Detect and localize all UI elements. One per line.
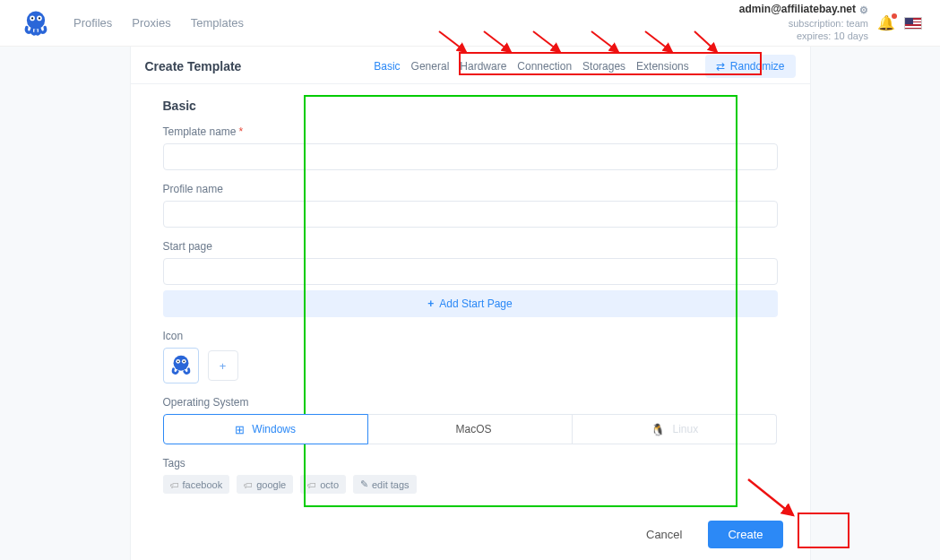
- nav-profiles[interactable]: Profiles: [73, 16, 112, 30]
- subscription-label: subscription: team: [739, 17, 868, 30]
- profile-name-input[interactable]: [163, 201, 778, 228]
- start-page-label: Start page: [163, 240, 212, 253]
- svg-point-8: [177, 360, 178, 362]
- tag-icon: [244, 479, 253, 490]
- os-option-linux: 🐧 Linux: [573, 414, 777, 444]
- svg-point-9: [183, 360, 185, 362]
- octopus-icon: [20, 7, 52, 39]
- template-name-input[interactable]: [163, 143, 778, 170]
- tab-extensions[interactable]: Extensions: [636, 60, 689, 73]
- randomize-label: Randomize: [730, 60, 785, 73]
- field-operating-system: Operating System ⊞ Windows MacOS 🐧 Linux: [163, 396, 778, 444]
- flag-us-icon[interactable]: [904, 17, 922, 30]
- footer-actions: Cancel Create: [633, 520, 783, 549]
- tag-edit-label: edit tags: [372, 479, 410, 490]
- nav-templates[interactable]: Templates: [191, 16, 244, 30]
- bell-icon[interactable]: 🔔: [877, 14, 895, 31]
- tab-connection[interactable]: Connection: [517, 60, 572, 73]
- navbar-left: Profiles Proxies Templates: [18, 5, 244, 41]
- svg-point-3: [31, 17, 33, 19]
- main-area: Create Template Basic General Hardware C…: [0, 47, 940, 560]
- top-navbar: Profiles Proxies Templates admin@affilia…: [0, 0, 940, 47]
- start-page-input[interactable]: [163, 258, 778, 285]
- octopus-icon: [168, 352, 194, 379]
- tab-basic[interactable]: Basic: [374, 60, 400, 73]
- svg-point-5: [173, 356, 188, 371]
- tag-octo[interactable]: octo: [300, 475, 346, 494]
- tag-facebook[interactable]: facebook: [163, 475, 230, 494]
- tag-icon: [307, 479, 316, 490]
- icon-preview[interactable]: [163, 348, 199, 383]
- tag-octo-label: octo: [320, 479, 339, 490]
- field-profile-name: Profile name: [163, 183, 778, 228]
- tab-hardware[interactable]: Hardware: [460, 60, 506, 73]
- required-asterisk: *: [239, 125, 244, 138]
- icon-label: Icon: [163, 330, 184, 342]
- form-body: Basic Template name * Profile name Start…: [131, 84, 810, 524]
- tabs-wrap: Basic General Hardware Connection Storag…: [367, 55, 795, 78]
- profile-name-label: Profile name: [163, 183, 223, 195]
- tag-google-label: google: [256, 479, 286, 490]
- panel-header: Create Template Basic General Hardware C…: [131, 47, 810, 84]
- cancel-button[interactable]: Cancel: [633, 520, 695, 549]
- navbar-right: admin@affiliatebay.net ⚙ subscription: t…: [739, 3, 922, 42]
- os-linux-label: Linux: [672, 423, 698, 435]
- panel-title: Create Template: [145, 59, 242, 73]
- edit-icon: [360, 478, 368, 490]
- tag-edit[interactable]: edit tags: [353, 475, 417, 494]
- expiry-label: expires: 10 days: [739, 30, 868, 42]
- tag-icon: [170, 479, 179, 490]
- os-label: Operating System: [163, 396, 249, 409]
- svg-point-4: [39, 17, 40, 19]
- tab-general[interactable]: General: [411, 60, 450, 73]
- tabs-group: Basic General Hardware Connection Storag…: [367, 56, 696, 76]
- field-tags: Tags facebook google octo edit tags: [163, 457, 778, 494]
- linux-icon: 🐧: [651, 423, 665, 436]
- gear-icon[interactable]: ⚙: [859, 4, 868, 16]
- add-start-page-label: Add Start Page: [439, 297, 512, 310]
- tag-google[interactable]: google: [237, 475, 293, 494]
- section-title-basic: Basic: [163, 99, 778, 113]
- tab-storages[interactable]: Storages: [582, 60, 625, 73]
- os-macos-label: MacOS: [455, 423, 491, 435]
- os-windows-label: Windows: [252, 423, 296, 435]
- create-button[interactable]: Create: [708, 521, 782, 548]
- shuffle-icon: [716, 60, 725, 73]
- user-block: admin@affiliatebay.net ⚙ subscription: t…: [739, 3, 868, 42]
- os-option-macos[interactable]: MacOS: [368, 414, 573, 444]
- windows-icon: ⊞: [235, 423, 245, 436]
- nav-proxies[interactable]: Proxies: [132, 16, 170, 30]
- field-template-name: Template name *: [163, 125, 778, 170]
- tags-label: Tags: [163, 457, 185, 470]
- plus-icon: +: [220, 359, 227, 373]
- plus-icon: +: [427, 297, 434, 310]
- app-logo[interactable]: [18, 5, 54, 41]
- field-start-page: Start page + Add Start Page: [163, 240, 778, 317]
- add-start-page-button[interactable]: + Add Start Page: [163, 290, 778, 317]
- tag-facebook-label: facebook: [183, 479, 223, 490]
- template-name-label: Template name: [163, 125, 237, 138]
- os-option-windows[interactable]: ⊞ Windows: [163, 414, 368, 444]
- icon-add-button[interactable]: +: [208, 350, 238, 381]
- randomize-button[interactable]: Randomize: [705, 55, 796, 78]
- svg-point-0: [27, 11, 45, 29]
- template-panel: Create Template Basic General Hardware C…: [130, 47, 811, 560]
- user-email: admin@affiliatebay.net: [739, 3, 856, 17]
- field-icon: Icon +: [163, 330, 778, 383]
